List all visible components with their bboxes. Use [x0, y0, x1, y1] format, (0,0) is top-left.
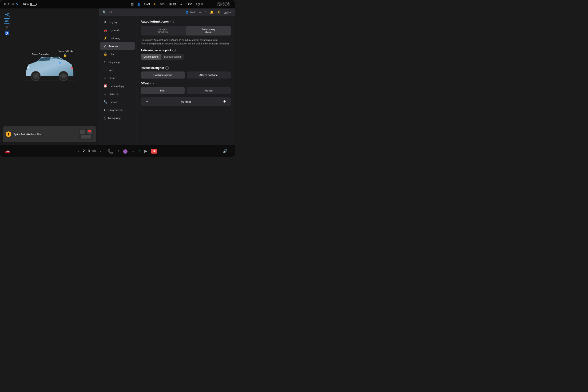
autopilot-label: Autopilot [108, 45, 118, 48]
toolbar-home-icon[interactable]: ⌂ [204, 10, 206, 14]
temperature-display: 17°C [186, 3, 192, 6]
warning-icon: ! [6, 132, 11, 137]
adaptive-cruise-btn[interactable]: Adaptiv farthållare [141, 26, 186, 36]
warning-box: ! Spänn fast säkerhetsbältet ! [3, 126, 96, 142]
left-panel: ≡D ≡D ≋ ♿ Öppna Framlucka 🔓 [0, 8, 99, 145]
activation-title: Aktivering av autopilot i [141, 49, 231, 52]
usb-icon: ⬒ [131, 2, 134, 6]
belysning-icon: ✦ [104, 60, 106, 64]
temp-arrow-left[interactable]: ‹ [78, 150, 79, 153]
phone-icon[interactable]: 📞 [108, 148, 113, 154]
offset-title: Offset i [141, 82, 231, 85]
kmh-value: +0 km/h [150, 100, 222, 104]
toolbar-download-icon[interactable]: ⬇ [199, 10, 201, 14]
skarm-icon: ▭ [104, 76, 106, 80]
spotify-icon[interactable]: ♫ [138, 149, 141, 153]
las-icon: 🔒 [104, 52, 107, 56]
sidebar-item-service[interactable]: 🔧 Service [100, 98, 135, 106]
status-center: ⬒ 👤 Profil ⬇ SOS 18:35 ☁ 17°C AQI 52 [120, 2, 214, 6]
sidebar-item-reglage[interactable]: ⚙ Reglage [100, 18, 135, 26]
weather-icon: ☁ [180, 2, 182, 6]
speed-title-text: Inställd hastighet [141, 66, 164, 70]
lte-label: LTE [228, 12, 232, 14]
kmh-control: − +0 km/h + [141, 97, 231, 106]
taskbar-car-icon[interactable]: 🚗 [5, 148, 10, 154]
offset-info-icon[interactable]: i [150, 82, 154, 85]
sidebar-item-autopilot[interactable]: ◎ Autopilot [100, 42, 135, 50]
sidebar-item-laddning[interactable]: ⚡ Laddning [100, 34, 135, 42]
video-icon[interactable]: ▶ [144, 149, 147, 153]
programvara-label: Programvara [108, 109, 124, 112]
toolbar-bell-icon[interactable]: 🔔 [210, 10, 214, 14]
signal-bar-2 [225, 12, 226, 14]
laddning-label: Laddning [110, 37, 120, 40]
download-icon: ⬇ [154, 2, 156, 6]
activation-info-icon[interactable]: i [172, 49, 176, 52]
toolbar-profile[interactable]: 👤 Profil [185, 10, 196, 14]
percent-btn[interactable]: Procent [187, 87, 231, 94]
offset-title-text: Offset [141, 82, 149, 85]
more-apps-icon[interactable]: ··· [132, 149, 134, 153]
battery-fill [30, 3, 32, 6]
laddning-icon: ⚡ [104, 36, 107, 40]
navigering-icon: △ [104, 116, 106, 120]
sidebar-item-belysning[interactable]: ✦ Belysning [100, 58, 135, 66]
sidebar-item-skarm[interactable]: ▭ Skärm [100, 74, 135, 82]
autopilot-info-icon[interactable]: i [170, 20, 174, 23]
autopilot-function-buttons: Adaptiv farthållare Autostyrning (beta) [141, 26, 231, 36]
sidebar-item-navigering[interactable]: △ Navigering [100, 114, 135, 122]
signal-bar-1 [224, 13, 224, 14]
main-area: ≡D ≡D ≋ ♿ Öppna Framlucka 🔓 [0, 8, 235, 145]
speed-info-icon[interactable]: i [165, 66, 169, 70]
speed-limit-btn[interactable]: Hastighetsgräns [141, 72, 185, 78]
temp-arrow-right[interactable]: › [100, 150, 101, 153]
sidebar-item-programvara[interactable]: ⬇ Programvara [100, 106, 135, 114]
sidebar-item-schema[interactable]: ⏰ Schemalägg [100, 82, 135, 90]
current-speed-btn[interactable]: Aktuell hastighet [187, 72, 231, 78]
sos-icon: SOS [160, 3, 165, 6]
offset-buttons: Fast Procent [141, 87, 231, 94]
service-label: Service [110, 101, 118, 104]
toolbar-profile-label: Profil [190, 11, 196, 14]
svg-point-7 [59, 62, 61, 64]
front-hood-label: Öppna Framlucka [32, 53, 49, 62]
music-note-icon[interactable]: ♪ [117, 148, 119, 154]
battery-percent: 28 % [23, 3, 29, 6]
autosteering-btn[interactable]: Autostyrning (beta) [186, 26, 231, 36]
sidebar-item-las[interactable]: 🔒 Lås [100, 50, 135, 58]
single-pull-btn[interactable]: Enkeldragning [141, 54, 161, 60]
toolbar-bluetooth-icon[interactable]: ⚡ [217, 10, 220, 14]
calendar-icon[interactable]: 28 [151, 149, 157, 154]
double-pull-btn[interactable]: Dubbeldragning [161, 54, 184, 60]
taskbar: 🚗 ‹ 21.0 › 📞 ♪ ⬤ ··· ♫ ▶ 28 ‹ 🔊 › [0, 145, 235, 157]
volume-icon[interactable]: 🔊 [223, 149, 228, 153]
passenger-airbag-label: PASSENGERAIRBAG ON [217, 2, 232, 7]
sidebar-item-sakerhet[interactable]: 🛡 Säkerhet [100, 90, 135, 98]
skip-forward-icon[interactable]: › [229, 149, 230, 153]
activation-title-text: Aktivering av autopilot [141, 49, 171, 52]
speed-title: Inställd hastighet i [141, 66, 231, 70]
sidebar-item-saten[interactable]: ⌐ Säten [100, 66, 135, 74]
sakerhet-icon: 🛡 [104, 92, 106, 96]
search-input[interactable] [108, 10, 131, 14]
toolbar-profile-icon: 👤 [185, 10, 189, 14]
prnd-display: P R N D [4, 2, 18, 6]
dynamik-label: Dynamik [110, 29, 120, 32]
dynamik-icon: 🚗 [104, 28, 107, 32]
profile-label-center[interactable]: Profil [144, 3, 150, 6]
radio-icon[interactable]: ⬤ [123, 148, 128, 154]
kmh-plus-btn[interactable]: + [221, 99, 228, 104]
fast-btn[interactable]: Fast [141, 87, 185, 94]
skip-back-icon[interactable]: ‹ [220, 149, 221, 153]
svg-rect-12 [81, 135, 91, 138]
prnd-n: N [12, 2, 14, 6]
svg-text:!: ! [89, 130, 90, 132]
sakerhet-label: Säkerhet [109, 93, 119, 96]
kmh-minus-btn[interactable]: − [144, 99, 150, 104]
programvara-icon: ⬇ [104, 108, 106, 112]
aqi-display: AQI 52 [196, 3, 203, 6]
taskbar-right: ‹ 🔊 › [207, 149, 230, 153]
activation-button-group: Enkeldragning Dubbeldragning [141, 54, 184, 60]
saten-label: Säten [108, 69, 114, 72]
sidebar-item-dynamik[interactable]: 🚗 Dynamik [100, 26, 135, 34]
